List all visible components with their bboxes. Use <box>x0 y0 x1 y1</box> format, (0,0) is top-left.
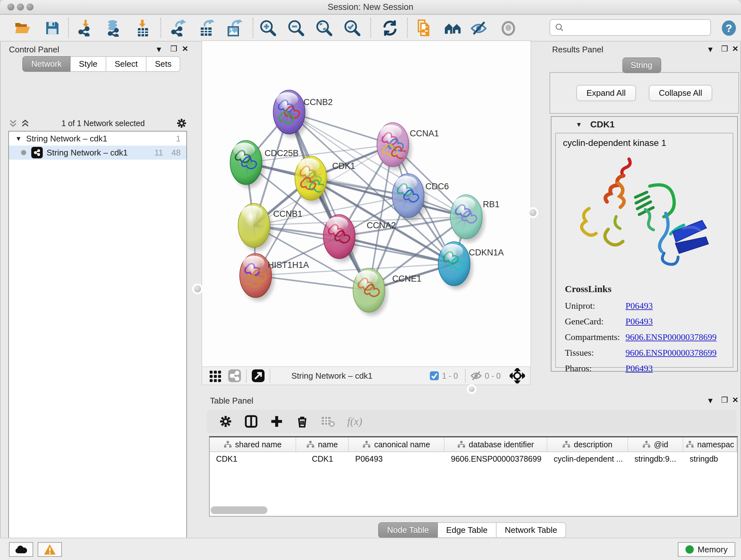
panel-menu-icon[interactable]: ▼ <box>706 45 714 54</box>
scrollbar-thumb[interactable] <box>211 506 267 514</box>
table-header-database-identifier[interactable]: database identifier <box>445 437 547 451</box>
network-graph[interactable]: CCNB2CCNA1CDC25BCDK1CDC6RB1CCNB1CCNA2CDK… <box>202 41 531 367</box>
grid-view-icon[interactable] <box>209 369 222 382</box>
tab-edge-table[interactable]: Edge Table <box>438 522 496 538</box>
tree-expand-icon[interactable]: ▼ <box>15 135 22 142</box>
save-session-icon[interactable] <box>44 19 61 37</box>
node-label-CDK1: CDK1 <box>332 161 355 171</box>
network-node-RB1[interactable]: RB1 <box>450 195 500 242</box>
network-node-HIST1H1A[interactable]: HIST1H1A <box>240 253 309 301</box>
panel-menu-icon[interactable]: ▼ <box>155 45 163 54</box>
expand-all-networks-icon[interactable] <box>20 118 30 128</box>
open-view-icon[interactable] <box>251 369 265 383</box>
search-input[interactable] <box>564 23 699 33</box>
pan-crosshair-icon[interactable] <box>510 368 525 383</box>
table-cell[interactable]: 9606.ENSP00000378699 <box>445 452 547 465</box>
crosslink-link[interactable]: P06493 <box>625 316 653 327</box>
open-session-icon[interactable] <box>14 19 32 37</box>
network-node-CDKN1A[interactable]: CDKN1A <box>438 242 504 289</box>
warnings-button[interactable] <box>38 542 62 557</box>
table-header-description[interactable]: description <box>547 437 628 451</box>
export-image-icon[interactable] <box>225 19 243 37</box>
create-column-icon[interactable] <box>270 415 283 428</box>
vertical-splitter-handle[interactable] <box>529 209 536 216</box>
import-table-icon[interactable] <box>134 19 152 37</box>
first-neighbors-icon[interactable] <box>444 19 462 37</box>
network-node-CCNA1[interactable]: CCNA1 <box>377 123 439 170</box>
tab-sets[interactable]: Sets <box>146 56 180 72</box>
vertical-splitter-handle[interactable] <box>194 286 201 293</box>
memory-button[interactable]: Memory <box>678 542 735 557</box>
network-node-CCNE1[interactable]: CCNE1 <box>353 268 421 315</box>
table-cell[interactable]: cyclin-dependent ... <box>547 452 628 465</box>
zoom-fit-icon[interactable] <box>315 19 333 37</box>
table-header-shared-name[interactable]: shared name <box>210 437 296 451</box>
table-header-namespac[interactable]: namespac <box>683 437 737 451</box>
table-cell[interactable]: stringdb <box>683 452 737 465</box>
help-icon[interactable]: ? <box>720 19 738 37</box>
import-network-database-icon[interactable] <box>105 19 123 37</box>
hide-selected-icon[interactable] <box>470 19 488 37</box>
panel-close-icon[interactable]: ✕ <box>182 44 188 54</box>
table-panel-title: Table Panel <box>210 396 253 406</box>
crosslink-link[interactable]: P06493 <box>625 301 653 311</box>
share-view-icon[interactable] <box>227 369 242 383</box>
network-node-CCNB2[interactable]: CCNB2 <box>273 90 333 137</box>
panel-menu-icon[interactable]: ▼ <box>706 396 714 406</box>
crosslink-link[interactable]: P06493 <box>625 363 653 374</box>
network-options-gear-icon[interactable] <box>176 118 187 129</box>
section-collapse-icon[interactable]: ▼ <box>576 121 582 128</box>
tab-network-table[interactable]: Network Table <box>496 522 566 538</box>
table-cell[interactable]: CDK1 <box>210 452 296 465</box>
network-tree-child-row[interactable]: String Network – cdk1 11 48 <box>9 145 186 160</box>
export-network-icon[interactable] <box>169 19 187 37</box>
export-table-icon[interactable] <box>198 19 215 37</box>
cloud-status-button[interactable] <box>9 542 33 557</box>
panel-close-icon[interactable]: ✕ <box>732 395 738 405</box>
zoom-out-icon[interactable] <box>287 19 305 37</box>
network-node-CDC25B[interactable]: CDC25B <box>230 140 299 188</box>
panel-close-icon[interactable]: ✕ <box>732 44 738 54</box>
network-canvas[interactable]: CCNB2CCNA1CDC25BCDK1CDC6RB1CCNB1CCNA2CDK… <box>202 41 531 367</box>
refresh-layout-icon[interactable] <box>381 19 399 37</box>
table-row[interactable]: CDK1CDK1P064939606.ENSP00000378699cyclin… <box>210 452 737 465</box>
tab-string[interactable]: String <box>622 57 661 73</box>
tab-select[interactable]: Select <box>106 56 146 72</box>
zoom-in-icon[interactable] <box>259 19 277 37</box>
memory-status-dot <box>685 545 694 554</box>
cloud-icon <box>14 544 28 555</box>
collapse-all-networks-icon[interactable] <box>8 118 18 128</box>
table-options-gear-icon[interactable] <box>219 415 232 428</box>
duplicate-network-icon[interactable] <box>415 19 433 37</box>
gene-section-header[interactable]: ▼ CDK1 <box>551 117 737 132</box>
crosslink-link[interactable]: 9606.ENSP00000378699 <box>625 332 717 342</box>
table-header-name[interactable]: name <box>296 437 349 451</box>
table-cell[interactable]: P06493 <box>349 452 445 465</box>
crosslink-link[interactable]: 9606.ENSP00000378699 <box>625 348 717 358</box>
selected-checkbox-icon[interactable] <box>429 371 440 381</box>
search-field[interactable] <box>549 19 711 36</box>
horizontal-splitter-handle[interactable] <box>469 386 475 392</box>
table-hscrollbar[interactable] <box>211 506 324 515</box>
network-tree-root-row[interactable]: ▼ String Network – cdk1 1 <box>9 132 186 145</box>
panel-float-icon[interactable]: ❒ <box>721 44 728 54</box>
show-all-icon[interactable] <box>500 19 518 37</box>
panel-float-icon[interactable]: ❒ <box>171 44 178 54</box>
import-network-file-icon[interactable] <box>76 19 94 37</box>
network-node-CDK1[interactable]: CDK1 <box>295 156 355 203</box>
expand-all-button[interactable]: Expand All <box>576 85 636 101</box>
network-node-CDC6[interactable]: CDC6 <box>392 174 449 221</box>
show-columns-icon[interactable] <box>245 415 258 428</box>
table-header-canonical-name[interactable]: canonical name <box>349 437 445 451</box>
table-cell[interactable]: stringdb:9... <box>628 452 683 465</box>
collapse-all-button[interactable]: Collapse All <box>649 85 713 101</box>
delete-column-icon[interactable] <box>295 415 309 428</box>
table-header-@id[interactable]: @id <box>628 437 683 451</box>
tab-network[interactable]: Network <box>22 56 71 72</box>
tab-node-table[interactable]: Node Table <box>378 522 438 538</box>
table-cell[interactable]: CDK1 <box>296 452 349 465</box>
panel-float-icon[interactable]: ❒ <box>721 395 728 405</box>
window-title: Session: New Session <box>0 2 741 12</box>
tab-style[interactable]: Style <box>71 56 106 72</box>
zoom-selected-icon[interactable] <box>343 19 361 37</box>
